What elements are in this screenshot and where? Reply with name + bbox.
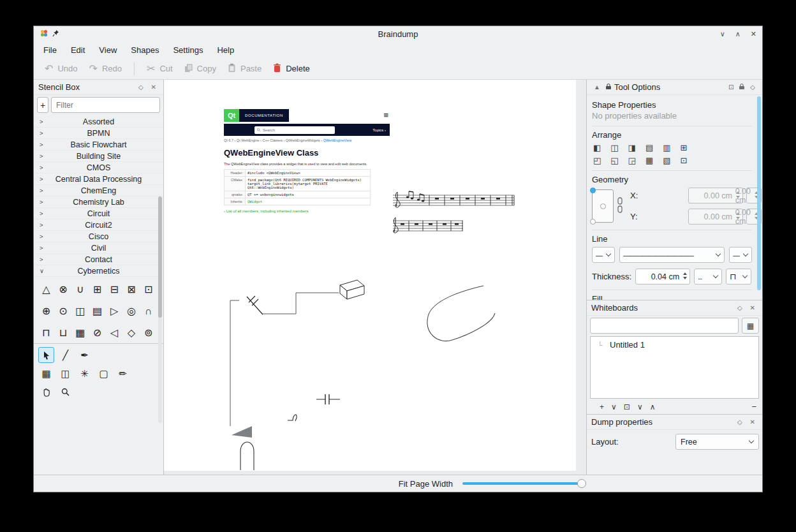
stencil-shape-icon[interactable]: ◎ <box>123 302 140 323</box>
stencil-shape-icon[interactable]: ⊔ <box>55 323 72 343</box>
stencil-category-row[interactable]: > Chemistry Lab <box>34 196 163 208</box>
squiggle-shape[interactable] <box>288 415 297 421</box>
stencil-tool-button[interactable]: ▢ <box>96 366 112 381</box>
stencil-category-row[interactable]: > Assorted <box>34 116 163 128</box>
menu-item[interactable]: View <box>92 43 124 57</box>
stencil-tool-button[interactable]: ▦ <box>38 366 54 381</box>
distribute-icon[interactable]: ▧ <box>663 156 670 165</box>
float-icon[interactable]: ◇ <box>136 84 146 91</box>
scrollbar-thumb[interactable] <box>158 196 162 318</box>
stencil-shape-icon[interactable]: ⊓ <box>38 323 55 343</box>
stencil-category-row[interactable]: > Circuit <box>34 208 163 219</box>
stencil-shape-icon[interactable]: ⊞ <box>89 280 106 302</box>
zoom-slider[interactable] <box>462 482 581 485</box>
minimize-button[interactable]: ∨ <box>720 30 725 38</box>
copy-button[interactable]: Copy <box>179 61 222 77</box>
stencil-shape-icon[interactable]: ∩ <box>140 302 157 323</box>
anchor-position-selector[interactable] <box>592 189 614 223</box>
whiteboard-name-input[interactable] <box>590 318 739 334</box>
thickness-spinbox[interactable]: 0.04 cm <box>635 269 690 284</box>
line-start-combo[interactable]: — <box>592 247 615 263</box>
detach-icon[interactable]: ⊡ <box>726 84 736 91</box>
titlebar[interactable]: Braindump ∨ ∧ ✕ <box>34 26 762 41</box>
close-icon[interactable]: ✕ <box>748 418 758 425</box>
align-icon[interactable]: ◨ <box>628 143 636 152</box>
distribute-icon[interactable]: ◱ <box>610 156 618 165</box>
stencil-tool-button[interactable]: ◫ <box>57 366 73 381</box>
align-icon[interactable]: ◫ <box>610 143 618 152</box>
float-icon[interactable]: ◇ <box>748 84 758 91</box>
anchor-dot[interactable] <box>590 219 596 225</box>
stencil-category-row[interactable]: > Building Site <box>34 151 163 162</box>
add-stencil-button[interactable]: + <box>37 97 48 113</box>
stencil-shape-icon[interactable]: ◫ <box>71 302 89 323</box>
stencil-filter-input[interactable] <box>51 97 160 113</box>
music-staff-2[interactable] <box>393 218 463 233</box>
zoom-tool-button[interactable] <box>57 384 73 400</box>
chevron-icon[interactable]: > <box>40 129 43 137</box>
stencil-scrollbar[interactable] <box>158 196 162 423</box>
whiteboard-action-icon[interactable]: ∧ <box>650 403 656 411</box>
stencil-shape-icon[interactable]: ⊟ <box>106 280 123 302</box>
stencil-category-row[interactable]: ∨ Cybernetics <box>34 265 163 277</box>
distribute-icon[interactable]: ▦ <box>645 156 653 165</box>
stencil-shape-icon[interactable]: ⊡ <box>140 280 157 302</box>
stencil-category-row[interactable]: > CMOS <box>34 162 163 174</box>
paste-button[interactable]: Paste <box>222 60 267 77</box>
line-style-combo[interactable]: ——————————— <box>619 247 725 263</box>
layout-combo[interactable]: Free <box>675 434 759 450</box>
whiteboard-action-icon[interactable]: ⊡ <box>624 403 630 411</box>
menu-item[interactable]: File <box>36 43 64 57</box>
stencil-shape-icon[interactable]: ⊕ <box>38 302 55 323</box>
menu-item[interactable]: Help <box>210 43 241 57</box>
connector-line[interactable] <box>263 293 339 314</box>
cube-shape[interactable] <box>340 280 364 299</box>
stencil-shape-icon[interactable]: ⊘ <box>89 323 106 343</box>
calligraphy-tool-button[interactable]: ✒ <box>77 347 92 363</box>
undo-button[interactable]: ↶ Undo <box>39 61 83 77</box>
zoom-slider-handle[interactable] <box>577 479 586 488</box>
align-icon[interactable]: ▤ <box>645 143 653 152</box>
menu-item[interactable]: Settings <box>166 43 210 57</box>
distribute-icon[interactable]: ◲ <box>628 156 636 165</box>
whiteboard-page[interactable]: Qt DOCUMENTATION ≡ Search Topics › Qt 6.… <box>164 80 576 471</box>
stencil-category-row[interactable]: > Cisco <box>34 231 163 242</box>
delete-button[interactable]: Delete <box>267 60 316 77</box>
stencil-shape-icon[interactable]: ◁ <box>106 323 123 343</box>
chevron-icon[interactable]: > <box>40 221 43 228</box>
select-tool-button[interactable] <box>38 347 54 363</box>
chevron-icon[interactable]: > <box>40 256 43 263</box>
stencil-tool-button[interactable]: ✏ <box>115 366 131 381</box>
stencil-shape-icon[interactable]: ▦ <box>71 323 89 343</box>
menu-item[interactable]: Shapes <box>124 43 166 57</box>
chevron-icon[interactable]: > <box>40 210 43 217</box>
tool-options-scrollbar[interactable] <box>757 96 761 290</box>
gray-triangle-shape[interactable] <box>232 426 252 438</box>
stencil-category-row[interactable]: > Contact <box>34 254 163 265</box>
sine-curve[interactable] <box>427 286 495 341</box>
anchor-dot-active[interactable] <box>590 188 596 193</box>
close-icon[interactable]: ✕ <box>149 84 159 91</box>
menu-item[interactable]: Edit <box>64 43 92 57</box>
stencil-shape-icon[interactable]: ⊙ <box>55 302 72 323</box>
lock-icon[interactable] <box>739 82 745 92</box>
maximize-button[interactable]: ∧ <box>735 30 741 38</box>
canvas-area[interactable]: Qt DOCUMENTATION ≡ Search Topics › Qt 6.… <box>164 80 586 475</box>
stencil-category-row[interactable]: > Central Data Processing <box>34 174 163 185</box>
chevron-icon[interactable]: > <box>40 141 43 148</box>
chevron-icon[interactable]: > <box>40 187 43 194</box>
line-tool-button[interactable]: ╱ <box>57 347 73 363</box>
diagonal-component[interactable] <box>247 296 263 314</box>
float-icon[interactable]: ◇ <box>735 418 745 425</box>
close-icon[interactable]: ✕ <box>748 304 758 311</box>
stencil-shape-icon[interactable]: ⊚ <box>140 323 157 343</box>
whiteboard-grid-button[interactable]: ▦ <box>742 318 759 334</box>
stencil-category-row[interactable]: > BPMN <box>34 128 163 139</box>
align-icon[interactable]: ⊞ <box>680 143 687 152</box>
chevron-icon[interactable]: > <box>40 175 43 182</box>
whiteboard-action-icon[interactable]: ∨ <box>637 403 643 411</box>
chevron-icon[interactable]: > <box>40 233 43 240</box>
close-button[interactable]: ✕ <box>751 30 756 38</box>
whiteboard-action-icon[interactable]: ∨ <box>611 403 617 411</box>
distribute-icon[interactable]: ◰ <box>593 156 601 165</box>
